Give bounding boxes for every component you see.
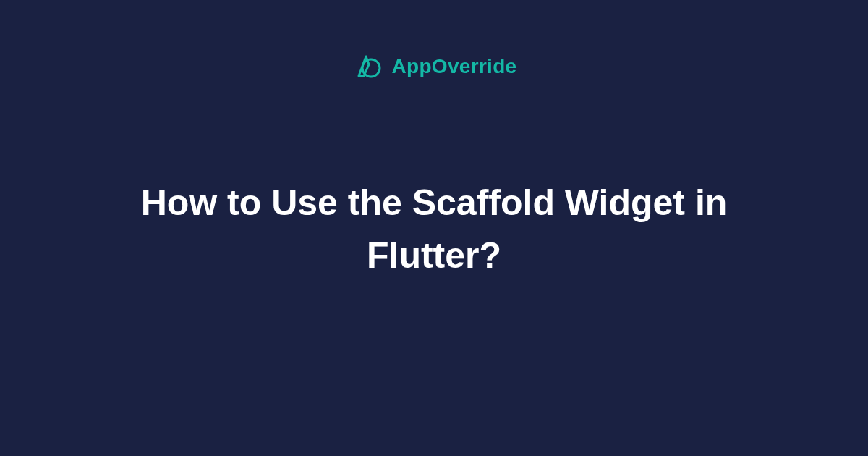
logo-section: AppOverride: [352, 51, 517, 83]
page-title: How to Use the Scaffold Widget in Flutte…: [109, 177, 760, 282]
brand-name: AppOverride: [392, 55, 517, 78]
svg-point-0: [362, 59, 380, 77]
page-container: AppOverride How to Use the Scaffold Widg…: [0, 0, 868, 456]
brand-logo-icon: [352, 51, 383, 83]
